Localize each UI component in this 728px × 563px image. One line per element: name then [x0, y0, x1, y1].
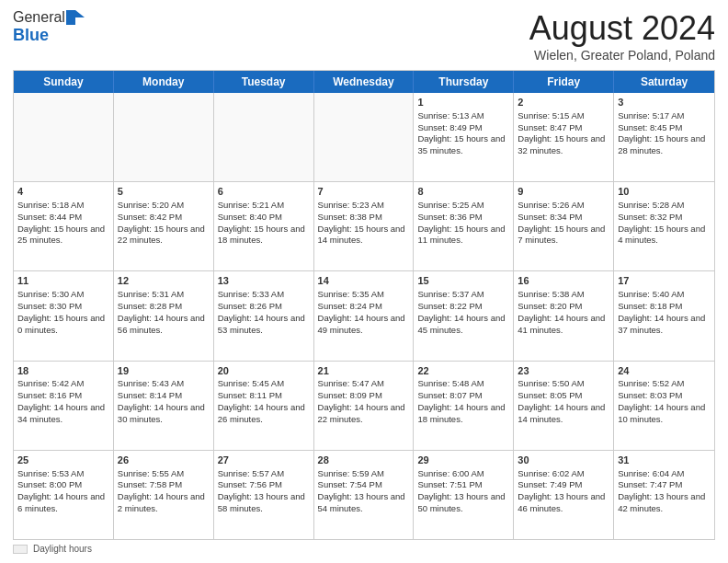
- day-info: Daylight: 15 hours and 22 minutes.: [118, 224, 210, 247]
- day-number: 12: [118, 274, 210, 288]
- day-info: Sunset: 8:32 PM: [618, 212, 711, 224]
- day-info: Sunset: 7:51 PM: [417, 479, 509, 491]
- cal-cell-5-5: 29Sunrise: 6:00 AMSunset: 7:51 PMDayligh…: [414, 451, 514, 539]
- cal-cell-2-3: 6Sunrise: 5:21 AMSunset: 8:40 PMDaylight…: [214, 182, 314, 270]
- day-info: Sunrise: 5:48 AM: [417, 378, 509, 390]
- day-info: Sunrise: 5:31 AM: [118, 289, 210, 301]
- day-info: Sunrise: 5:47 AM: [318, 378, 410, 390]
- day-info: Sunset: 8:05 PM: [518, 390, 609, 402]
- day-info: Sunset: 8:40 PM: [218, 212, 310, 224]
- day-number: 18: [17, 364, 109, 378]
- day-number: 30: [518, 454, 609, 467]
- day-info: Daylight: 15 hours and 32 minutes.: [518, 133, 609, 157]
- cal-cell-1-1: [14, 93, 114, 181]
- day-info: Daylight: 15 hours and 28 minutes.: [618, 133, 711, 157]
- cal-cell-2-2: 5Sunrise: 5:20 AMSunset: 8:42 PMDaylight…: [114, 182, 214, 270]
- day-info: Sunset: 8:28 PM: [118, 301, 210, 313]
- day-info: Sunrise: 5:45 AM: [218, 378, 310, 390]
- logo: General Blue: [13, 9, 85, 45]
- day-info: Sunset: 8:47 PM: [518, 122, 609, 134]
- day-info: Sunset: 8:34 PM: [518, 212, 609, 224]
- cal-cell-5-6: 30Sunrise: 6:02 AMSunset: 7:49 PMDayligh…: [514, 451, 614, 539]
- cal-cell-3-3: 13Sunrise: 5:33 AMSunset: 8:26 PMDayligh…: [214, 271, 314, 360]
- day-number: 28: [318, 454, 410, 467]
- day-info: Sunset: 8:49 PM: [417, 122, 509, 134]
- week-row-3: 11Sunrise: 5:30 AMSunset: 8:30 PMDayligh…: [14, 271, 714, 361]
- day-number: 15: [417, 274, 509, 288]
- day-info: Sunrise: 5:17 AM: [618, 110, 711, 122]
- cal-cell-3-6: 16Sunrise: 5:38 AMSunset: 8:20 PMDayligh…: [514, 271, 614, 360]
- day-number: 22: [417, 364, 509, 378]
- day-info: Daylight: 14 hours and 22 minutes.: [318, 402, 410, 426]
- day-info: Sunrise: 5:35 AM: [318, 289, 410, 301]
- cal-cell-4-2: 19Sunrise: 5:43 AMSunset: 8:14 PMDayligh…: [114, 362, 214, 450]
- day-info: Daylight: 14 hours and 34 minutes.: [17, 402, 109, 426]
- day-info: Daylight: 14 hours and 18 minutes.: [417, 402, 509, 426]
- day-info: Sunset: 8:11 PM: [218, 390, 310, 402]
- day-info: Sunset: 8:03 PM: [618, 390, 711, 402]
- calendar-body: 1Sunrise: 5:13 AMSunset: 8:49 PMDaylight…: [14, 93, 714, 539]
- cal-cell-4-5: 22Sunrise: 5:48 AMSunset: 8:07 PMDayligh…: [414, 362, 514, 450]
- day-info: Sunrise: 5:52 AM: [618, 378, 711, 390]
- cal-cell-4-1: 18Sunrise: 5:42 AMSunset: 8:16 PMDayligh…: [14, 362, 114, 450]
- day-info: Sunrise: 5:43 AM: [118, 378, 210, 390]
- day-number: 3: [618, 96, 711, 109]
- day-info: Sunset: 8:00 PM: [17, 479, 109, 491]
- page: General Blue August 2024 Wielen, Greater…: [0, 0, 728, 563]
- day-info: Daylight: 14 hours and 53 minutes.: [218, 313, 310, 337]
- day-info: Daylight: 14 hours and 30 minutes.: [118, 402, 210, 426]
- day-info: Daylight: 15 hours and 4 minutes.: [618, 224, 711, 247]
- cal-cell-3-5: 15Sunrise: 5:37 AMSunset: 8:22 PMDayligh…: [414, 271, 514, 360]
- day-info: Daylight: 14 hours and 14 minutes.: [518, 402, 609, 426]
- day-info: Sunset: 8:20 PM: [518, 301, 609, 313]
- day-info: Sunset: 8:24 PM: [318, 301, 410, 313]
- day-info: Sunrise: 5:42 AM: [17, 378, 109, 390]
- cal-cell-5-7: 31Sunrise: 6:04 AMSunset: 7:47 PMDayligh…: [614, 451, 714, 539]
- location: Wielen, Greater Poland, Poland: [529, 48, 715, 63]
- day-info: Sunrise: 5:26 AM: [518, 200, 609, 212]
- logo-bird-icon: [66, 10, 85, 25]
- day-info: Daylight: 13 hours and 42 minutes.: [618, 491, 711, 515]
- week-row-1: 1Sunrise: 5:13 AMSunset: 8:49 PMDaylight…: [14, 93, 714, 182]
- title-area: August 2024 Wielen, Greater Poland, Pola…: [529, 9, 715, 63]
- day-info: Sunset: 8:16 PM: [17, 390, 109, 402]
- day-header-friday: Friday: [514, 71, 614, 93]
- day-info: Sunset: 8:22 PM: [417, 301, 509, 313]
- month-title: August 2024: [529, 9, 715, 48]
- day-info: Daylight: 15 hours and 18 minutes.: [218, 224, 310, 247]
- day-info: Sunrise: 5:30 AM: [17, 289, 109, 301]
- day-header-wednesday: Wednesday: [314, 71, 415, 93]
- day-info: Sunrise: 5:57 AM: [218, 468, 310, 480]
- day-header-saturday: Saturday: [614, 71, 714, 93]
- day-info: Daylight: 14 hours and 49 minutes.: [318, 313, 410, 337]
- day-number: 31: [618, 454, 711, 467]
- logo-blue-text: Blue: [13, 26, 49, 44]
- cal-cell-1-4: [314, 93, 415, 181]
- day-info: Daylight: 14 hours and 6 minutes.: [17, 491, 109, 515]
- cal-cell-4-4: 21Sunrise: 5:47 AMSunset: 8:09 PMDayligh…: [314, 362, 415, 450]
- cal-cell-1-2: [114, 93, 214, 181]
- cal-cell-4-3: 20Sunrise: 5:45 AMSunset: 8:11 PMDayligh…: [214, 362, 314, 450]
- day-number: 5: [118, 185, 210, 199]
- week-row-2: 4Sunrise: 5:18 AMSunset: 8:44 PMDaylight…: [14, 182, 714, 271]
- day-info: Sunrise: 5:38 AM: [518, 289, 609, 301]
- day-info: Sunset: 8:36 PM: [417, 212, 509, 224]
- day-info: Sunset: 8:26 PM: [218, 301, 310, 313]
- cal-cell-3-2: 12Sunrise: 5:31 AMSunset: 8:28 PMDayligh…: [114, 271, 214, 360]
- day-number: 25: [17, 454, 109, 467]
- day-number: 29: [417, 454, 509, 467]
- day-info: Sunrise: 6:04 AM: [618, 468, 711, 480]
- cal-cell-5-4: 28Sunrise: 5:59 AMSunset: 7:54 PMDayligh…: [314, 451, 415, 539]
- day-info: Daylight: 15 hours and 11 minutes.: [417, 224, 509, 247]
- day-info: Daylight: 14 hours and 45 minutes.: [417, 313, 509, 337]
- day-info: Sunrise: 5:53 AM: [17, 468, 109, 480]
- day-info: Sunset: 7:54 PM: [318, 479, 410, 491]
- day-header-monday: Monday: [114, 71, 214, 93]
- day-info: Sunset: 7:47 PM: [618, 479, 711, 491]
- daylight-label: Daylight hours: [33, 544, 92, 554]
- logo-general-text: General: [13, 9, 65, 26]
- svg-marker-0: [66, 10, 85, 25]
- day-number: 20: [218, 364, 310, 378]
- cal-cell-1-7: 3Sunrise: 5:17 AMSunset: 8:45 PMDaylight…: [614, 93, 714, 181]
- footer: Daylight hours: [13, 544, 715, 554]
